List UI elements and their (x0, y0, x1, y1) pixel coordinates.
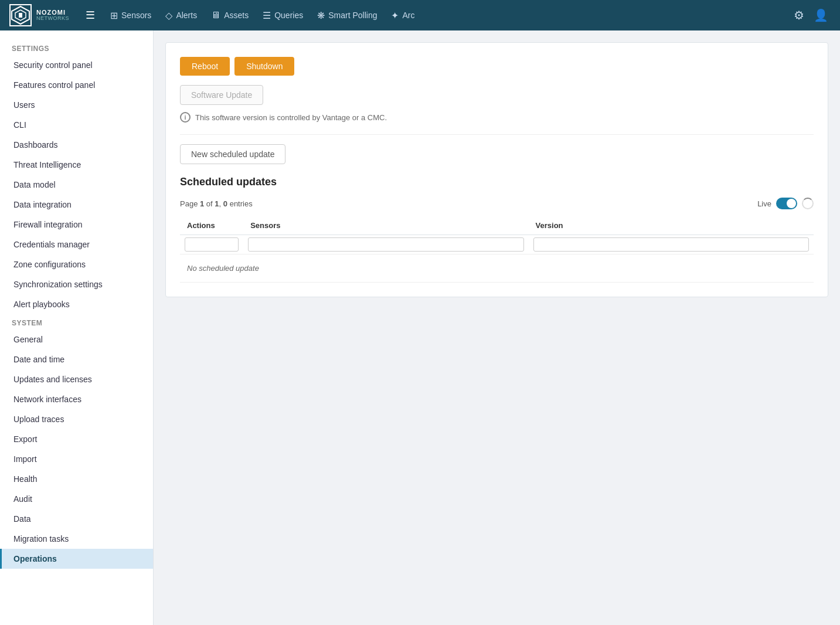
user-icon-button[interactable]: 👤 (811, 6, 831, 25)
hamburger-button[interactable]: ☰ (81, 6, 100, 24)
content-card: Reboot Shutdown Software Update i This s… (165, 42, 828, 297)
sidebar-item-health[interactable]: Health (0, 469, 153, 489)
logo-box (9, 4, 32, 26)
entries-count: 0 (223, 199, 227, 208)
reboot-button[interactable]: Reboot (180, 57, 230, 76)
sidebar-item-data-model[interactable]: Data model (0, 175, 153, 195)
page-current: 1 (200, 199, 204, 208)
actions-filter-input[interactable] (185, 237, 239, 252)
info-text: This software version is controlled by V… (195, 113, 387, 122)
sidebar-section-settings: Settings (0, 40, 153, 55)
live-toggle[interactable] (776, 198, 797, 209)
page-info: Page 1 of 1, 0 entries (180, 199, 253, 208)
sidebar-item-cli[interactable]: CLI (0, 115, 153, 135)
sidebar-item-network-interfaces[interactable]: Network interfaces (0, 389, 153, 409)
column-header-version: Version (529, 216, 814, 235)
sidebar-item-general[interactable]: General (0, 330, 153, 349)
scheduled-updates-title: Scheduled updates (180, 176, 814, 188)
nav-items: ⊞Sensors◇Alerts🖥Assets☰Queries❋Smart Pol… (104, 6, 420, 25)
scheduled-updates-table: Actions Sensors Version No scheduled up (180, 216, 814, 283)
sidebar-item-firewall-integration[interactable]: Firewall integration (0, 215, 153, 235)
assets-nav-icon: 🖥 (211, 10, 220, 21)
logo-sub: NETWORKS (36, 16, 69, 22)
sidebar-item-data[interactable]: Data (0, 509, 153, 529)
sidebar-item-export[interactable]: Export (0, 429, 153, 449)
loading-spinner (802, 198, 814, 209)
action-buttons-row: Reboot Shutdown (180, 57, 814, 76)
sidebar-item-users[interactable]: Users (0, 95, 153, 115)
nav-item-arc[interactable]: ✦Arc (385, 6, 420, 25)
table-toolbar: Page 1 of 1, 0 entries Live (180, 198, 814, 209)
sidebar-section-system: System (0, 314, 153, 330)
sidebar-item-zone-configurations[interactable]: Zone configurations (0, 254, 153, 274)
page-total: 1 (215, 199, 219, 208)
sidebar-item-date-and-time[interactable]: Date and time (0, 349, 153, 369)
shutdown-button[interactable]: Shutdown (234, 57, 294, 76)
sidebar-item-synchronization-settings[interactable]: Synchronization settings (0, 274, 153, 294)
software-update-button[interactable]: Software Update (180, 85, 263, 105)
column-header-actions: Actions (180, 216, 243, 235)
page-of: of (206, 199, 213, 208)
sidebar-item-features-control-panel[interactable]: Features control panel (0, 75, 153, 95)
column-header-sensors: Sensors (243, 216, 528, 235)
logo: NOZOMI NETWORKS (9, 4, 69, 26)
sidebar-item-data-integration[interactable]: Data integration (0, 195, 153, 215)
divider (180, 134, 814, 135)
scheduled-updates-section: Scheduled updates Page 1 of 1, 0 entries… (180, 176, 814, 283)
nav-item-assets[interactable]: 🖥Assets (205, 6, 254, 25)
sidebar-item-migration-tasks[interactable]: Migration tasks (0, 529, 153, 549)
app-layout: SettingsSecurity control panelFeatures c… (0, 30, 840, 625)
live-section: Live (757, 198, 814, 209)
settings-icon-button[interactable]: ⚙ (791, 6, 807, 25)
sidebar-item-alert-playbooks[interactable]: Alert playbooks (0, 294, 153, 314)
table-filter-row (180, 235, 814, 254)
main-content: Reboot Shutdown Software Update i This s… (154, 30, 840, 625)
nav-item-smart-polling[interactable]: ❋Smart Polling (311, 6, 383, 25)
sidebar-item-import[interactable]: Import (0, 449, 153, 469)
no-data-message: No scheduled update (180, 254, 814, 283)
new-scheduled-update-button[interactable]: New scheduled update (180, 144, 285, 164)
sidebar-item-upload-traces[interactable]: Upload traces (0, 409, 153, 429)
info-icon: i (180, 112, 191, 123)
table-header-row: Actions Sensors Version (180, 216, 814, 235)
sidebar-item-dashboards[interactable]: Dashboards (0, 135, 153, 155)
no-data-row: No scheduled update (180, 254, 814, 283)
sidebar-item-audit[interactable]: Audit (0, 489, 153, 509)
live-label: Live (757, 199, 771, 208)
entries-label: entries (230, 199, 253, 208)
smart-polling-nav-icon: ❋ (317, 10, 325, 21)
topnav: NOZOMI NETWORKS ☰ ⊞Sensors◇Alerts🖥Assets… (0, 0, 840, 30)
alerts-nav-icon: ◇ (165, 10, 172, 21)
sidebar-item-security-control-panel[interactable]: Security control panel (0, 55, 153, 75)
sidebar-item-operations[interactable]: Operations (0, 549, 153, 569)
sidebar-item-updates-and-licenses[interactable]: Updates and licenses (0, 369, 153, 389)
queries-nav-icon: ☰ (263, 10, 271, 21)
sensors-nav-icon: ⊞ (110, 10, 118, 21)
arc-nav-icon: ✦ (391, 10, 399, 21)
nav-item-queries[interactable]: ☰Queries (257, 6, 309, 25)
info-row: i This software version is controlled by… (180, 112, 814, 123)
nav-item-alerts[interactable]: ◇Alerts (159, 6, 203, 25)
sidebar-item-credentials-manager[interactable]: Credentials manager (0, 235, 153, 254)
nav-item-sensors[interactable]: ⊞Sensors (104, 6, 157, 25)
svg-rect-2 (19, 13, 22, 18)
sensors-filter-input[interactable] (248, 237, 523, 252)
sidebar-item-threat-intelligence[interactable]: Threat Intelligence (0, 155, 153, 175)
sidebar: SettingsSecurity control panelFeatures c… (0, 30, 154, 625)
nav-right-actions: ⚙ 👤 (791, 6, 831, 25)
version-filter-input[interactable] (533, 237, 809, 252)
page-label: Page (180, 199, 198, 208)
